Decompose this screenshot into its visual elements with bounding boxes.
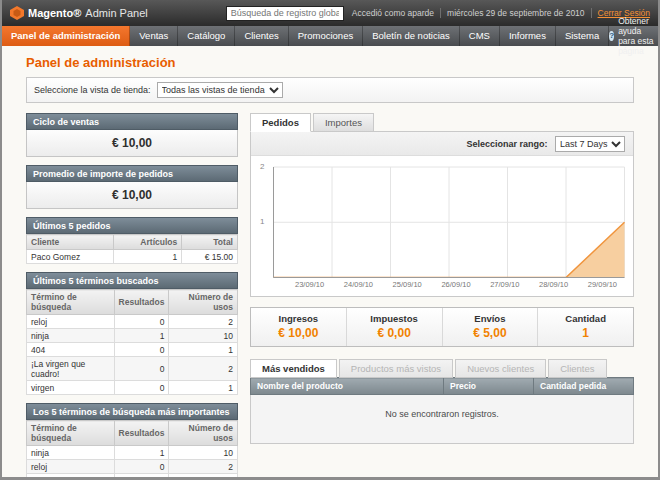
nav-item-catalogo[interactable]: Catálogo: [178, 26, 235, 46]
nav-help-link[interactable]: Obtener ayuda para esta página: [609, 26, 658, 46]
cell-termino: ¡La virgen que cuadro!: [27, 474, 115, 478]
range-bar: Seleccionar rango: Last 7 Days: [251, 132, 633, 156]
cell-termino: 404: [27, 343, 115, 357]
cell-usos: 10: [169, 446, 238, 460]
last-orders-table: Cliente Artículos Total Paco Gomez 1 € 1…: [26, 234, 238, 264]
nav-item-dashboard[interactable]: Panel de administración: [2, 26, 130, 46]
table-row[interactable]: reloj 0 2: [27, 460, 238, 474]
x-axis-tick: 26/09/10: [441, 280, 470, 289]
box-title: Últimos 5 pedidos: [26, 217, 238, 234]
magento-logo-icon: [10, 6, 24, 20]
totals-bar: Ingresos € 10,00 Impuestos € 0,00 Envíos…: [250, 307, 634, 347]
box-title: Últimos 5 términos buscados: [26, 272, 238, 289]
tab-nuevos-clientes[interactable]: Nuevos clientes: [455, 359, 546, 378]
last-orders-box: Últimos 5 pedidos Cliente Artículos Tota…: [26, 217, 238, 264]
col-total: Total: [182, 235, 238, 250]
table-row[interactable]: ¡La virgen que cuadro! 0 2: [27, 357, 238, 381]
col-termino: Término de búsqueda: [27, 421, 115, 446]
col-usos: Número de usos: [169, 421, 238, 446]
last-search-terms-table: Término de búsqueda Resultados Número de…: [26, 289, 238, 395]
store-view-label: Seleccione la vista de tienda:: [34, 85, 151, 95]
total-value: 1: [538, 326, 633, 340]
total-value: € 0,00: [347, 326, 442, 340]
cell-termino: ninja: [27, 329, 115, 343]
total-impuestos: Impuestos € 0,00: [346, 308, 442, 346]
nav-item-cms[interactable]: CMS: [460, 26, 500, 46]
table-row[interactable]: ¡La virgen que cuadro! 0 2: [27, 474, 238, 478]
table-row[interactable]: 404 0 1: [27, 343, 238, 357]
header-date: miércoles 29 de septiembre de 2010: [447, 8, 585, 18]
dashboard: Ciclo de ventas € 10,00 Promedio de impo…: [26, 113, 634, 477]
x-axis-tick: 29/09/10: [588, 280, 617, 289]
help-icon: [609, 31, 614, 41]
cell-termino: reloj: [27, 315, 115, 329]
tab-pedidos[interactable]: Pedidos: [250, 113, 311, 132]
nav-item-sistema[interactable]: Sistema: [556, 26, 609, 46]
tab-mas-vendidos[interactable]: Más vendidos: [250, 359, 337, 378]
cell-termino: reloj: [27, 460, 115, 474]
top-search-terms-box: Los 5 términos de búsqueda más important…: [26, 403, 238, 477]
tab-importes[interactable]: Importes: [313, 113, 374, 132]
table-row[interactable]: Paco Gomez 1 € 15.00: [27, 250, 238, 264]
table-row[interactable]: virgen 0 1: [27, 381, 238, 395]
cell-termino: ninja: [27, 446, 115, 460]
table-row[interactable]: ninja 1 10: [27, 329, 238, 343]
nav-item-promociones[interactable]: Promociones: [289, 26, 363, 46]
empty-row: No se encontraron registros.: [251, 395, 634, 444]
cell-termino: virgen: [27, 381, 115, 395]
cell-usos: 2: [169, 357, 238, 381]
nav-item-informes[interactable]: Informes: [500, 26, 556, 46]
cell-termino: ¡La virgen que cuadro!: [27, 357, 115, 381]
store-view-select[interactable]: Todas las vistas de tienda: [157, 82, 283, 98]
cell-resultados: 0: [114, 343, 169, 357]
table-row[interactable]: ninja 1 10: [27, 446, 238, 460]
divider: [591, 8, 592, 18]
page-title: Panel de administración: [26, 55, 634, 70]
dashboard-left-column: Ciclo de ventas € 10,00 Promedio de impo…: [26, 113, 238, 477]
bestsellers-grid: Nombre del producto Precio Cantidad pedi…: [250, 377, 634, 444]
x-axis-tick: 28/09/10: [539, 280, 568, 289]
cell-usos: 10: [169, 329, 238, 343]
nav-item-ventas[interactable]: Ventas: [130, 26, 178, 46]
cell-resultados: 0: [114, 381, 169, 395]
x-axis-labels: 23/09/10 24/09/10 25/09/10 26/09/10 27/0…: [273, 278, 625, 296]
col-termino: Término de búsqueda: [27, 290, 115, 315]
col-resultados: Resultados: [114, 290, 169, 315]
tab-clientes[interactable]: Clientes: [548, 359, 606, 378]
range-select[interactable]: Last 7 Days: [555, 136, 625, 152]
col-articulos: Artículos: [113, 235, 181, 250]
col-precio: Precio: [444, 378, 534, 395]
tab-productos-mas-vistos[interactable]: Productos más vistos: [339, 359, 453, 378]
total-cantidad: Cantidad 1: [537, 308, 633, 346]
store-view-bar: Seleccione la vista de tienda: Todas las…: [26, 77, 634, 103]
box-title: Ciclo de ventas: [26, 113, 238, 130]
chart-tabs: Pedidos Importes: [250, 113, 634, 132]
cell-usos: 2: [169, 460, 238, 474]
orders-chart: [273, 162, 625, 278]
range-label: Seleccionar rango:: [466, 139, 547, 149]
cell-resultados: 0: [114, 357, 169, 381]
nav-item-boletin[interactable]: Boletín de noticias: [363, 26, 460, 46]
box-title: Promedio de importe de pedidos: [26, 165, 238, 182]
total-envios: Envíos € 5,00: [442, 308, 538, 346]
y-axis-tick: 1: [260, 217, 264, 226]
total-value: € 5,00: [443, 326, 538, 340]
cell-resultados: 1: [114, 329, 169, 343]
col-nombre-producto: Nombre del producto: [251, 378, 444, 395]
cell-resultados: 0: [114, 315, 169, 329]
total-value: € 10,00: [251, 326, 346, 340]
divider: [440, 8, 441, 18]
chart-area: 2 1 23/09/10 24/09/10 25/09/10 26/09/10 …: [251, 156, 633, 296]
last-search-terms-box: Últimos 5 términos buscados Término de b…: [26, 272, 238, 395]
nav-item-clientes[interactable]: Clientes: [235, 26, 288, 46]
cell-resultados: 0: [114, 460, 169, 474]
orders-chart-panel: Seleccionar rango: Last 7 Days 2 1 23/09…: [250, 131, 634, 297]
total-label: Ingresos: [251, 313, 346, 324]
dashboard-right-column: Pedidos Importes Seleccionar rango: Last…: [250, 113, 634, 477]
global-search-input[interactable]: [226, 6, 344, 21]
logo: Magento® Admin Panel: [10, 6, 148, 20]
table-row[interactable]: reloj 0 2: [27, 315, 238, 329]
box-title: Los 5 términos de búsqueda más important…: [26, 403, 238, 420]
nav-help-label: Obtener ayuda para esta página: [618, 16, 654, 56]
box-value: € 10,00: [26, 130, 238, 157]
